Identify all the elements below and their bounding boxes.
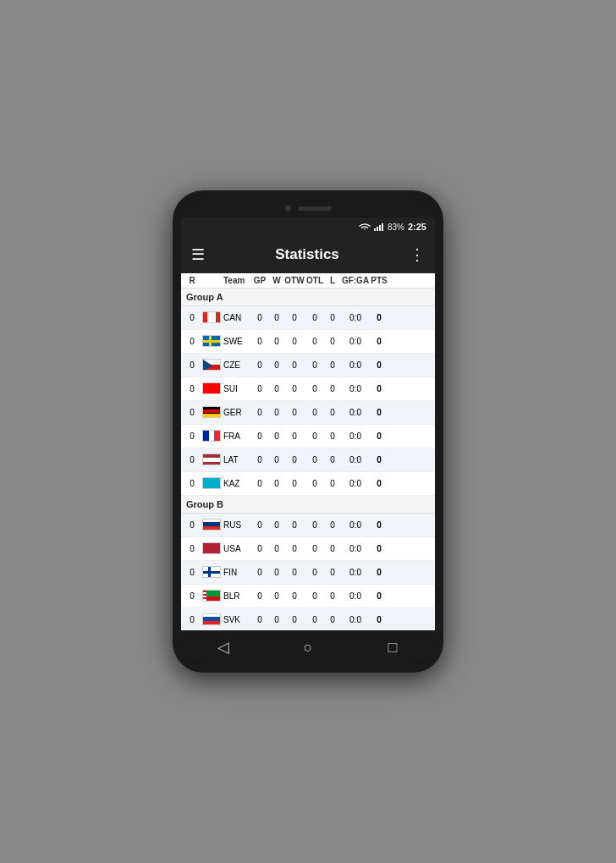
- phone-top-bar: [181, 199, 435, 217]
- table-row: 0 RUS 0 0 0 0 0 0:0 0: [181, 514, 435, 537]
- header-pts: PTS: [371, 276, 388, 285]
- app-title: Statistics: [215, 246, 399, 263]
- table-row: 0 CAN 0 0 0 0 0 0:0 0: [181, 306, 435, 330]
- table-row: 0 FRA 0 0 0 0 0 0:0 0: [181, 425, 435, 448]
- phone-screen: 83% 2:25 ☰ Statistics ⋮ R Team GP W OTW …: [181, 199, 435, 664]
- time-text: 2:25: [408, 222, 426, 232]
- nav-bar: ◁ ○ □: [181, 630, 435, 664]
- svg-rect-0: [374, 228, 376, 231]
- camera: [285, 206, 291, 212]
- back-button[interactable]: ◁: [206, 630, 240, 664]
- speaker: [298, 206, 332, 211]
- header-gfga: GF:GA: [340, 276, 371, 285]
- status-icons: 83% 2:25: [359, 222, 426, 232]
- table-row: 0 CZE 0 0 0 0 0 0:0 0: [181, 354, 435, 377]
- header-w: W: [269, 276, 284, 285]
- header-l: L: [325, 276, 340, 285]
- svg-rect-3: [382, 223, 383, 231]
- table-row: 0 USA 0 0 0 0 0 0:0 0: [181, 537, 435, 561]
- phone-device: 83% 2:25 ☰ Statistics ⋮ R Team GP W OTW …: [173, 190, 443, 673]
- table-row: 0 BLR 0 0 0 0 0 0:0 0: [181, 585, 435, 608]
- header-r: R: [184, 276, 200, 285]
- table-row: 0 SWE 0 0 0 0 0 0:0 0: [181, 330, 435, 354]
- status-bar: 83% 2:25: [181, 217, 435, 236]
- table-row: 0 LAT 0 0 0 0 0 0:0 0: [181, 448, 435, 472]
- header-otw: OTW: [284, 276, 305, 285]
- menu-icon[interactable]: ☰: [191, 245, 205, 264]
- table-row: 0 GER 0 0 0 0 0 0:0 0: [181, 401, 435, 425]
- header-team: Team: [223, 276, 250, 285]
- battery-text: 83%: [388, 223, 404, 232]
- table-row: 0 FIN 0 0 0 0 0 0:0 0: [181, 561, 435, 585]
- svg-rect-2: [379, 225, 381, 231]
- wifi-icon: [359, 223, 371, 231]
- table-row: 0 SUI 0 0 0 0 0 0:0 0: [181, 377, 435, 401]
- content-area: R Team GP W OTW OTL L GF:GA PTS Group A …: [181, 273, 435, 630]
- table-header: R Team GP W OTW OTL L GF:GA PTS: [181, 273, 435, 289]
- recent-button[interactable]: □: [376, 630, 410, 664]
- app-bar: ☰ Statistics ⋮: [181, 236, 435, 273]
- table-row: 0 KAZ 0 0 0 0 0 0:0 0: [181, 472, 435, 496]
- group-b-header: Group B: [181, 496, 435, 514]
- header-otl: OTL: [305, 276, 325, 285]
- header-gp: GP: [250, 276, 269, 285]
- home-button[interactable]: ○: [291, 630, 325, 664]
- group-a-header: Group A: [181, 289, 435, 306]
- table-row: 0 SVK 0 0 0 0 0 0:0 0: [181, 608, 435, 630]
- signal-icon: [374, 223, 384, 231]
- svg-rect-1: [377, 227, 378, 231]
- more-options-icon[interactable]: ⋮: [410, 245, 425, 264]
